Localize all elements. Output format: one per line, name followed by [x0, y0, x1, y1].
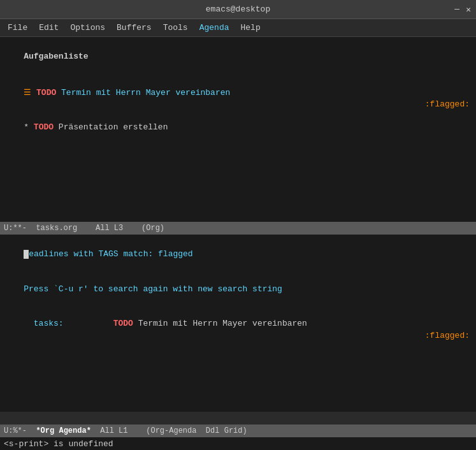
menu-file[interactable]: File — [3, 22, 32, 34]
close-button[interactable]: ✕ — [466, 4, 471, 15]
match-header: eadlines with TAGS match: flagged — [4, 237, 472, 272]
bottom-status-bar: U:%*- *Org Agenda* All L1 (Org-Agenda Dd… — [0, 425, 476, 437]
todo-keyword-2: TODO — [34, 122, 54, 132]
menu-edit[interactable]: Edit — [34, 22, 64, 34]
heading-line: Aufgabenliste — [4, 40, 472, 75]
bottom-status-left: U:%*- — [4, 426, 36, 435]
minibuffer: <s-print> is undefined — [0, 437, 476, 450]
menu-tools[interactable]: Tools — [158, 22, 193, 34]
menu-help[interactable]: Help — [235, 22, 265, 34]
menu-agenda[interactable]: Agenda — [194, 22, 234, 34]
todo-item-1: ☰ TODO Termin mit Herrn Mayer vereinbare… — [4, 76, 472, 111]
menu-buffers[interactable]: Buffers — [112, 22, 157, 34]
todo-keyword-1: TODO — [36, 88, 56, 98]
minimize-button[interactable]: — — [454, 4, 459, 15]
bottom-status-right: All L1 (Org-Agenda Ddl Grid) — [91, 426, 247, 435]
todo-text-1: Termin mit Herrn Mayer vereinbaren — [56, 88, 230, 98]
window-controls: — ✕ — [454, 4, 471, 15]
menu-bar: File Edit Options Buffers Tools Agenda H… — [0, 19, 476, 37]
result-desc: Termin mit Herrn Mayer vereinbaren — [133, 319, 307, 328]
todo-item-2: * TODO Präsentation erstellen — [4, 110, 472, 145]
top-pane: Aufgabenliste ☰ TODO Termin mit Herrn Ma… — [0, 37, 476, 222]
result-todo: TODO — [83, 319, 133, 328]
bullet-1: ☰ — [24, 88, 36, 98]
press-line: Press `C-u r' to search again with new s… — [4, 272, 472, 307]
todo-text-2: Präsentation erstellen — [54, 122, 168, 132]
bullet-2: * — [24, 122, 34, 132]
bottom-pane: eadlines with TAGS match: flagged Press … — [0, 235, 476, 412]
press-text: Press `C-u r' to search again with new s… — [24, 284, 282, 294]
result-tasks: tasks: — [24, 319, 83, 328]
result-flagged: :flagged: — [236, 330, 470, 342]
match-header-text: eadlines with TAGS match: flagged — [29, 249, 192, 259]
heading-text: Aufgabenliste — [24, 52, 88, 61]
window-title: emacs@desktop — [206, 4, 270, 14]
bottom-status-bold: *Org Agenda* — [36, 426, 90, 435]
tag-1: :flagged: — [152, 99, 470, 110]
title-bar: emacs@desktop — ✕ — [0, 0, 476, 19]
top-status-text: U:**- tasks.org All L3 (Org) — [4, 224, 164, 233]
menu-options[interactable]: Options — [65, 22, 110, 34]
minibuffer-text: <s-print> is undefined — [4, 439, 113, 449]
top-status-bar: U:**- tasks.org All L3 (Org) — [0, 222, 476, 235]
result-line: tasks: TODO Termin mit Herrn Mayer verei… — [4, 307, 472, 342]
